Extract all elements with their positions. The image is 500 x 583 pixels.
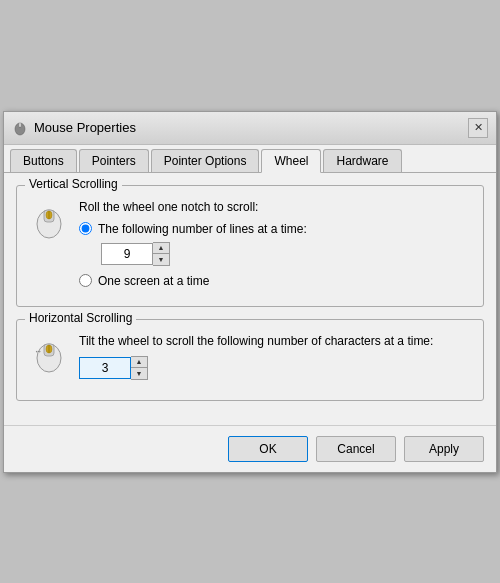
radio-screen-label: One screen at a time [98,274,209,288]
chars-spin-down[interactable]: ▼ [131,368,147,379]
vertical-scroll-icon [29,200,69,240]
cancel-button[interactable]: Cancel [316,436,396,462]
horizontal-scrolling-label: Horizontal Scrolling [25,311,136,325]
svg-text:↔: ↔ [34,347,42,356]
title-bar-left: Mouse Properties [12,120,136,136]
vertical-scrolling-content: Roll the wheel one notch to scroll: The … [29,200,471,294]
horizontal-scroll-desc: Tilt the wheel to scroll the following n… [79,334,471,348]
svg-rect-1 [19,123,21,127]
tab-content: Vertical Scrolling Roll the wheel one no… [4,173,496,425]
horizontal-scroll-info: Tilt the wheel to scroll the following n… [79,334,471,388]
tab-hardware[interactable]: Hardware [323,149,401,172]
window-title: Mouse Properties [34,120,136,135]
lines-spin-down[interactable]: ▼ [153,254,169,265]
horizontal-scroll-icon: ↔ [29,334,69,374]
radio-lines[interactable] [79,222,92,235]
radio-screen-row: One screen at a time [79,274,471,288]
chars-input[interactable] [79,357,131,379]
vertical-scroll-row: Roll the wheel one notch to scroll: The … [29,200,471,294]
vertical-scrolling-group: Vertical Scrolling Roll the wheel one no… [16,185,484,307]
tab-bar: Buttons Pointers Pointer Options Wheel H… [4,145,496,173]
tab-buttons[interactable]: Buttons [10,149,77,172]
horizontal-scrolling-content: ↔ Tilt the wheel to scroll the following… [29,334,471,388]
chars-spinner-buttons: ▲ ▼ [131,356,148,380]
ok-button[interactable]: OK [228,436,308,462]
window-icon [12,120,28,136]
lines-spinner-buttons: ▲ ▼ [153,242,170,266]
tab-pointer-options[interactable]: Pointer Options [151,149,260,172]
close-button[interactable]: ✕ [468,118,488,138]
title-bar: Mouse Properties ✕ [4,112,496,145]
chars-spin-up[interactable]: ▲ [131,357,147,368]
apply-button[interactable]: Apply [404,436,484,462]
vertical-scroll-info: Roll the wheel one notch to scroll: The … [79,200,471,294]
tab-wheel[interactable]: Wheel [261,149,321,173]
lines-spinner-row: ▲ ▼ [101,242,471,266]
tab-pointers[interactable]: Pointers [79,149,149,172]
bottom-bar: OK Cancel Apply [4,425,496,472]
horizontal-scroll-row: ↔ Tilt the wheel to scroll the following… [29,334,471,388]
chars-spinner-row: ▲ ▼ [79,356,471,380]
lines-spin-up[interactable]: ▲ [153,243,169,254]
radio-screen[interactable] [79,274,92,287]
vertical-scroll-desc: Roll the wheel one notch to scroll: [79,200,471,214]
radio-lines-label: The following number of lines at a time: [98,222,307,236]
horizontal-scrolling-group: Horizontal Scrolling ↔ Tilt the wheel to… [16,319,484,401]
lines-input[interactable] [101,243,153,265]
radio-lines-row: The following number of lines at a time: [79,222,471,236]
mouse-properties-window: Mouse Properties ✕ Buttons Pointers Poin… [3,111,497,473]
vertical-scrolling-label: Vertical Scrolling [25,177,122,191]
